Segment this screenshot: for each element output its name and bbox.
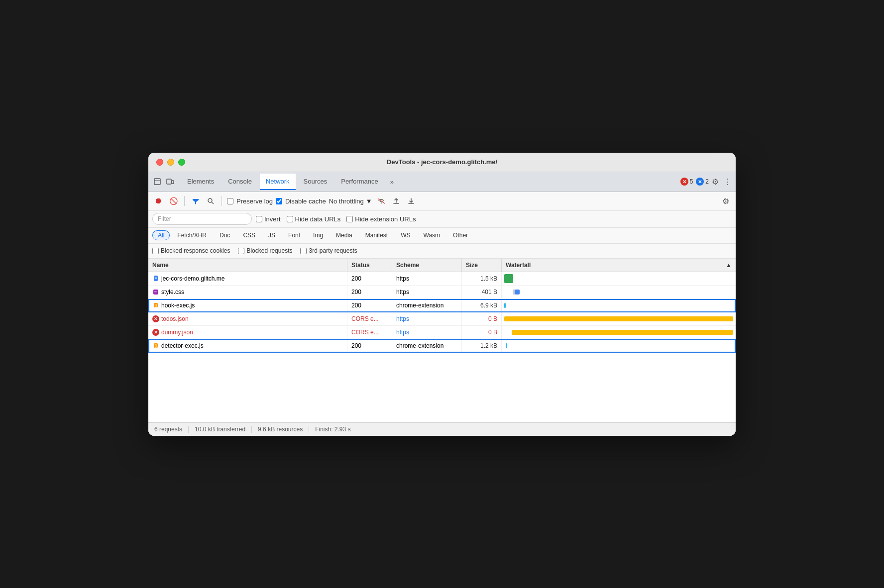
window-title: DevTools - jec-cors-demo.glitch.me/ — [387, 158, 497, 166]
search-icon[interactable] — [205, 195, 217, 207]
table-row[interactable]: ✏ style.css 200 https 401 B — [148, 286, 736, 299]
table-row[interactable]: {} hook-exec.js 200 chrome-extension 6.9… — [148, 299, 736, 312]
status-bar: 6 requests 10.0 kB transferred 9.6 kB re… — [148, 422, 736, 436]
download-icon[interactable] — [405, 195, 417, 207]
upload-icon[interactable] — [390, 195, 402, 207]
td-waterfall — [502, 339, 736, 352]
hide-data-urls-checkbox[interactable] — [287, 216, 293, 222]
device-icon[interactable] — [165, 177, 175, 187]
requests-count: 6 requests — [154, 426, 189, 433]
invert-option[interactable]: Invert — [256, 215, 281, 223]
table-row[interactable]: ✕ dummy.json CORS e... https 0 B — [148, 326, 736, 339]
type-btn-css[interactable]: CSS — [237, 230, 261, 240]
more-tabs-button[interactable]: » — [386, 176, 398, 188]
wifi-icon[interactable] — [375, 195, 387, 207]
blocked-cookies-label: Blocked response cookies — [161, 247, 230, 254]
hide-ext-urls-option[interactable]: Hide extension URLs — [346, 215, 416, 223]
close-button[interactable] — [156, 159, 163, 166]
html-file-icon: ≡ — [152, 275, 159, 282]
third-party-checkbox[interactable] — [300, 248, 307, 254]
extra-filters-row: Blocked response cookies Blocked request… — [148, 244, 736, 259]
tab-performance[interactable]: Performance — [335, 174, 384, 190]
settings-icon[interactable]: ⚙ — [712, 177, 719, 187]
table-row[interactable]: {} detector-exec.js 200 chrome-extension… — [148, 339, 736, 353]
td-size: 401 B — [462, 286, 502, 298]
row-name: style.css — [161, 289, 184, 295]
th-status[interactable]: Status — [347, 259, 392, 272]
type-btn-ws[interactable]: WS — [395, 230, 416, 240]
td-waterfall — [502, 326, 736, 339]
type-btn-other[interactable]: Other — [447, 230, 473, 240]
row-name: todos.json — [161, 315, 189, 322]
cursor-icon[interactable] — [152, 177, 162, 187]
clear-button[interactable]: 🚫 — [167, 195, 179, 207]
invert-label: Invert — [264, 215, 281, 223]
td-status: 200 — [347, 272, 392, 285]
warning-count: 2 — [705, 178, 709, 185]
type-btn-fetch[interactable]: Fetch/XHR — [172, 230, 212, 240]
row-name: dummy.json — [161, 329, 193, 336]
invert-checkbox[interactable] — [256, 216, 262, 222]
throttle-label: No throttling — [329, 197, 364, 205]
error-icon: ✕ — [152, 329, 159, 336]
blocked-requests-checkbox[interactable] — [238, 248, 244, 254]
type-btn-font[interactable]: Font — [283, 230, 306, 240]
filter-icon[interactable] — [190, 195, 202, 207]
error-badge: ✕ 5 — [680, 178, 693, 186]
type-btn-media[interactable]: Media — [331, 230, 358, 240]
filter-input[interactable] — [152, 213, 252, 225]
row-name: detector-exec.js — [161, 342, 204, 349]
th-name[interactable]: Name — [148, 259, 347, 272]
throttle-select[interactable]: No throttling ▼ — [329, 197, 372, 205]
tab-network[interactable]: Network — [260, 174, 296, 190]
th-waterfall[interactable]: Waterfall ▲ — [502, 259, 736, 272]
filter-options: Invert Hide data URLs Hide extension URL… — [256, 215, 416, 223]
td-waterfall — [502, 272, 736, 285]
network-settings-icon[interactable]: ⚙ — [720, 195, 732, 207]
td-status: CORS e... — [347, 326, 392, 339]
empty-space — [148, 353, 736, 422]
blocked-cookies-option[interactable]: Blocked response cookies — [152, 247, 230, 254]
minimize-button[interactable] — [167, 159, 174, 166]
th-size[interactable]: Size — [462, 259, 502, 272]
hide-ext-urls-checkbox[interactable] — [346, 216, 353, 222]
type-btn-img[interactable]: Img — [308, 230, 329, 240]
tab-elements[interactable]: Elements — [181, 174, 220, 190]
svg-rect-2 — [167, 179, 171, 184]
svg-rect-3 — [172, 181, 174, 184]
maximize-button[interactable] — [178, 159, 185, 166]
blocked-cookies-checkbox[interactable] — [152, 248, 159, 254]
third-party-option[interactable]: 3rd-party requests — [300, 247, 357, 254]
type-btn-wasm[interactable]: Wasm — [418, 230, 446, 240]
hide-data-urls-option[interactable]: Hide data URLs — [287, 215, 341, 223]
type-btn-js[interactable]: JS — [263, 230, 281, 240]
tab-console[interactable]: Console — [222, 174, 258, 190]
th-scheme[interactable]: Scheme — [392, 259, 462, 272]
traffic-lights — [156, 159, 185, 166]
td-name: ✕ todos.json — [148, 312, 347, 325]
more-options-icon[interactable]: ⋮ — [724, 177, 732, 187]
tab-sources[interactable]: Sources — [298, 174, 333, 190]
table-row[interactable]: ≡ jec-cors-demo.glitch.me 200 https 1.5 … — [148, 272, 736, 286]
td-status: 200 — [347, 299, 392, 312]
td-name: ✕ dummy.json — [148, 326, 347, 339]
type-btn-all[interactable]: All — [152, 230, 170, 240]
type-btn-doc[interactable]: Doc — [214, 230, 235, 240]
record-button[interactable]: ⏺ — [152, 195, 164, 207]
table-row[interactable]: ✕ todos.json CORS e... https 0 B — [148, 312, 736, 326]
sort-icon: ▲ — [726, 262, 732, 269]
svg-point-4 — [208, 198, 212, 202]
svg-rect-0 — [154, 179, 160, 185]
type-btn-manifest[interactable]: Manifest — [360, 230, 393, 240]
disable-cache-checkbox[interactable] — [276, 198, 282, 204]
blocked-requests-option[interactable]: Blocked requests — [238, 247, 292, 254]
td-scheme: https — [392, 326, 462, 339]
disable-cache-option: Disable cache — [276, 197, 326, 205]
css-file-icon: ✏ — [152, 289, 159, 295]
tab-bar: Elements Console Network Sources Perform… — [148, 172, 736, 192]
th-scheme-label: Scheme — [396, 262, 419, 269]
svg-line-5 — [212, 202, 214, 204]
th-waterfall-label: Waterfall — [506, 262, 531, 269]
td-status: 200 — [347, 339, 392, 352]
preserve-log-checkbox[interactable] — [227, 198, 233, 204]
